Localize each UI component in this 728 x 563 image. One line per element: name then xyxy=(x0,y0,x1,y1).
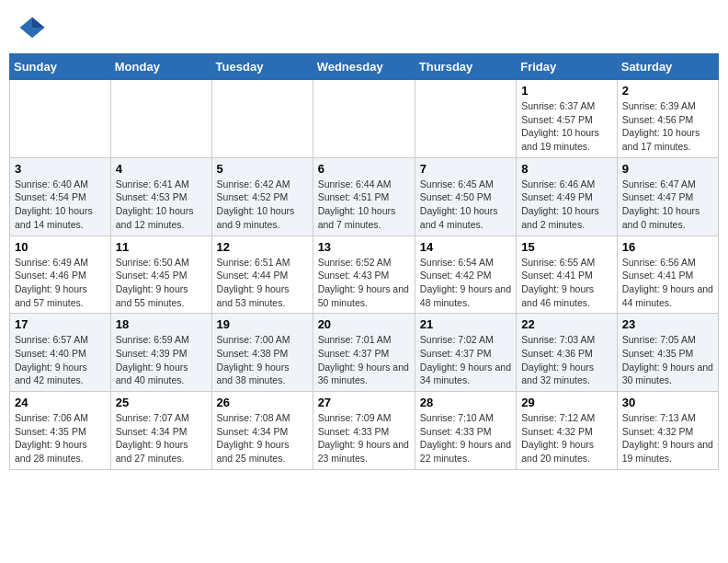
day-number: 16 xyxy=(622,240,713,254)
day-info: Sunrise: 7:07 AMSunset: 4:34 PMDaylight:… xyxy=(116,411,207,465)
day-info: Sunrise: 7:02 AMSunset: 4:37 PMDaylight:… xyxy=(420,333,511,387)
day-cell: 27Sunrise: 7:09 AMSunset: 4:33 PMDayligh… xyxy=(313,392,415,470)
day-cell: 9Sunrise: 6:47 AMSunset: 4:47 PMDaylight… xyxy=(617,157,718,236)
day-info: Sunrise: 7:12 AMSunset: 4:32 PMDaylight:… xyxy=(521,411,612,465)
day-number: 27 xyxy=(318,396,410,409)
day-number: 5 xyxy=(217,162,308,176)
header-saturday: Saturday xyxy=(617,54,718,80)
day-info: Sunrise: 6:51 AMSunset: 4:44 PMDaylight:… xyxy=(217,256,308,310)
day-cell: 3Sunrise: 6:40 AMSunset: 4:54 PMDaylight… xyxy=(10,157,111,236)
day-info: Sunrise: 6:39 AMSunset: 4:56 PMDaylight:… xyxy=(622,99,713,154)
day-cell: 12Sunrise: 6:51 AMSunset: 4:44 PMDayligh… xyxy=(211,236,313,314)
week-row-4: 24Sunrise: 7:06 AMSunset: 4:35 PMDayligh… xyxy=(10,392,719,470)
day-info: Sunrise: 6:55 AMSunset: 4:41 PMDaylight:… xyxy=(521,256,612,310)
day-number: 23 xyxy=(622,317,713,331)
header-row: SundayMondayTuesdayWednesdayThursdayFrid… xyxy=(10,54,719,80)
day-cell: 10Sunrise: 6:49 AMSunset: 4:46 PMDayligh… xyxy=(10,236,111,314)
day-number: 20 xyxy=(318,317,410,331)
day-info: Sunrise: 6:47 AMSunset: 4:47 PMDaylight:… xyxy=(622,178,713,232)
day-cell: 15Sunrise: 6:55 AMSunset: 4:41 PMDayligh… xyxy=(517,236,618,314)
day-cell: 18Sunrise: 6:59 AMSunset: 4:39 PMDayligh… xyxy=(110,314,211,392)
day-number: 15 xyxy=(521,240,612,254)
day-number: 1 xyxy=(521,84,612,98)
logo-icon xyxy=(18,14,46,41)
week-row-3: 17Sunrise: 6:57 AMSunset: 4:40 PMDayligh… xyxy=(10,314,719,392)
day-cell: 14Sunrise: 6:54 AMSunset: 4:42 PMDayligh… xyxy=(415,236,516,314)
svg-marker-1 xyxy=(32,17,45,28)
day-number: 17 xyxy=(15,317,106,331)
day-info: Sunrise: 6:45 AMSunset: 4:50 PMDaylight:… xyxy=(420,178,511,232)
day-cell: 7Sunrise: 6:45 AMSunset: 4:50 PMDaylight… xyxy=(415,157,516,236)
day-cell: 24Sunrise: 7:06 AMSunset: 4:35 PMDayligh… xyxy=(10,392,111,470)
day-info: Sunrise: 7:03 AMSunset: 4:36 PMDaylight:… xyxy=(521,333,612,387)
day-cell xyxy=(211,80,313,158)
day-info: Sunrise: 6:41 AMSunset: 4:53 PMDaylight:… xyxy=(116,178,207,232)
day-info: Sunrise: 7:13 AMSunset: 4:32 PMDaylight:… xyxy=(622,411,713,465)
day-cell xyxy=(313,80,415,158)
header-tuesday: Tuesday xyxy=(211,54,313,80)
day-cell: 13Sunrise: 6:52 AMSunset: 4:43 PMDayligh… xyxy=(313,236,415,314)
day-number: 8 xyxy=(521,162,612,176)
day-cell: 16Sunrise: 6:56 AMSunset: 4:41 PMDayligh… xyxy=(617,236,718,314)
day-cell: 30Sunrise: 7:13 AMSunset: 4:32 PMDayligh… xyxy=(617,392,718,470)
day-cell xyxy=(10,80,111,158)
day-info: Sunrise: 6:42 AMSunset: 4:52 PMDaylight:… xyxy=(217,178,308,232)
logo xyxy=(18,14,50,41)
day-info: Sunrise: 6:46 AMSunset: 4:49 PMDaylight:… xyxy=(521,178,612,232)
day-number: 14 xyxy=(420,240,511,254)
day-number: 28 xyxy=(420,396,511,409)
day-number: 3 xyxy=(15,162,106,176)
week-row-1: 3Sunrise: 6:40 AMSunset: 4:54 PMDaylight… xyxy=(10,157,719,236)
day-number: 21 xyxy=(420,317,511,331)
calendar-table: SundayMondayTuesdayWednesdayThursdayFrid… xyxy=(9,53,719,470)
day-info: Sunrise: 6:57 AMSunset: 4:40 PMDaylight:… xyxy=(15,333,106,387)
day-cell: 6Sunrise: 6:44 AMSunset: 4:51 PMDaylight… xyxy=(313,157,415,236)
day-info: Sunrise: 6:49 AMSunset: 4:46 PMDaylight:… xyxy=(15,256,106,310)
header-thursday: Thursday xyxy=(415,54,516,80)
page-header xyxy=(9,9,719,46)
day-number: 6 xyxy=(318,162,410,176)
day-cell: 29Sunrise: 7:12 AMSunset: 4:32 PMDayligh… xyxy=(517,392,618,470)
day-info: Sunrise: 7:10 AMSunset: 4:33 PMDaylight:… xyxy=(420,411,511,465)
week-row-2: 10Sunrise: 6:49 AMSunset: 4:46 PMDayligh… xyxy=(10,236,719,314)
day-cell xyxy=(415,80,516,158)
day-number: 19 xyxy=(217,317,308,331)
day-info: Sunrise: 6:52 AMSunset: 4:43 PMDaylight:… xyxy=(318,256,410,310)
day-cell: 21Sunrise: 7:02 AMSunset: 4:37 PMDayligh… xyxy=(415,314,516,392)
day-info: Sunrise: 7:00 AMSunset: 4:38 PMDaylight:… xyxy=(217,333,308,387)
day-cell: 1Sunrise: 6:37 AMSunset: 4:57 PMDaylight… xyxy=(517,80,618,158)
day-info: Sunrise: 7:05 AMSunset: 4:35 PMDaylight:… xyxy=(622,333,713,387)
day-info: Sunrise: 6:56 AMSunset: 4:41 PMDaylight:… xyxy=(622,256,713,310)
day-info: Sunrise: 6:54 AMSunset: 4:42 PMDaylight:… xyxy=(420,256,511,310)
day-cell: 2Sunrise: 6:39 AMSunset: 4:56 PMDaylight… xyxy=(617,80,718,158)
day-number: 22 xyxy=(521,317,612,331)
day-info: Sunrise: 6:37 AMSunset: 4:57 PMDaylight:… xyxy=(521,99,612,154)
day-info: Sunrise: 7:06 AMSunset: 4:35 PMDaylight:… xyxy=(15,411,106,465)
day-cell: 26Sunrise: 7:08 AMSunset: 4:34 PMDayligh… xyxy=(211,392,313,470)
day-number: 26 xyxy=(217,396,308,409)
day-cell: 4Sunrise: 6:41 AMSunset: 4:53 PMDaylight… xyxy=(110,157,211,236)
day-cell: 19Sunrise: 7:00 AMSunset: 4:38 PMDayligh… xyxy=(211,314,313,392)
day-number: 9 xyxy=(622,162,713,176)
header-monday: Monday xyxy=(110,54,211,80)
day-number: 30 xyxy=(622,396,713,409)
day-cell: 11Sunrise: 6:50 AMSunset: 4:45 PMDayligh… xyxy=(110,236,211,314)
day-number: 12 xyxy=(217,240,308,254)
day-number: 24 xyxy=(15,396,106,409)
day-cell xyxy=(110,80,211,158)
day-cell: 20Sunrise: 7:01 AMSunset: 4:37 PMDayligh… xyxy=(313,314,415,392)
day-info: Sunrise: 7:09 AMSunset: 4:33 PMDaylight:… xyxy=(318,411,410,465)
day-number: 25 xyxy=(116,396,207,409)
day-number: 7 xyxy=(420,162,511,176)
week-row-0: 1Sunrise: 6:37 AMSunset: 4:57 PMDaylight… xyxy=(10,80,719,158)
day-number: 10 xyxy=(15,240,106,254)
day-number: 13 xyxy=(318,240,410,254)
day-number: 2 xyxy=(622,84,713,98)
day-number: 4 xyxy=(116,162,207,176)
day-cell: 22Sunrise: 7:03 AMSunset: 4:36 PMDayligh… xyxy=(517,314,618,392)
day-cell: 17Sunrise: 6:57 AMSunset: 4:40 PMDayligh… xyxy=(10,314,111,392)
day-info: Sunrise: 6:59 AMSunset: 4:39 PMDaylight:… xyxy=(116,333,207,387)
day-info: Sunrise: 6:44 AMSunset: 4:51 PMDaylight:… xyxy=(318,178,410,232)
day-number: 18 xyxy=(116,317,207,331)
day-cell: 23Sunrise: 7:05 AMSunset: 4:35 PMDayligh… xyxy=(617,314,718,392)
